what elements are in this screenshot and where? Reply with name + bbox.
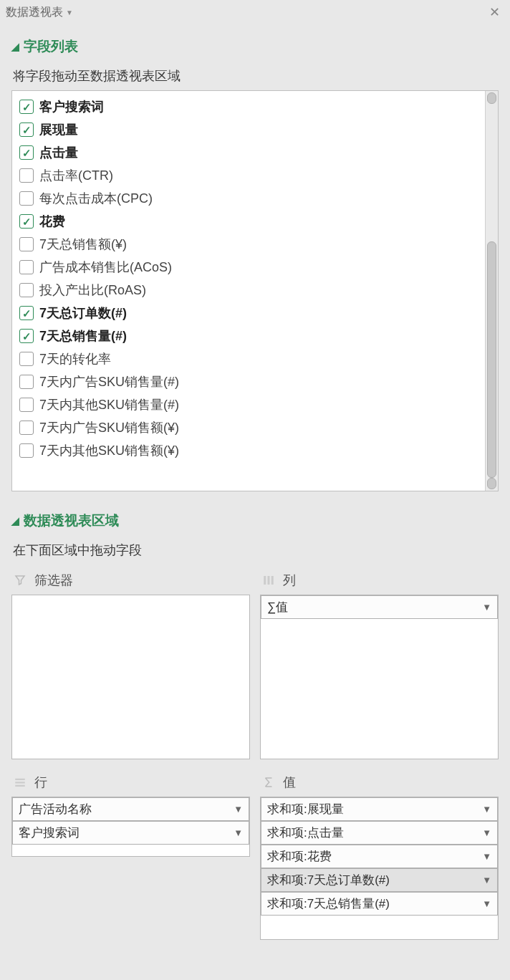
rows-dropzone[interactable]: 广告活动名称▼客户搜索词▼ [11,797,250,857]
pivot-field-item[interactable]: 求和项:7天总订单数(#)▼ [261,868,498,892]
pivot-field-label: 客户搜索词 [19,825,80,841]
area-columns-label: 列 [283,572,296,589]
field-row[interactable]: 7天内广告SKU销售量(#) [15,370,495,393]
pivot-field-label: 求和项:7天总销售量(#) [267,895,390,912]
area-rows-head: 行 [11,769,250,797]
field-row[interactable]: 7天总订单数(#) [15,302,495,325]
svg-rect-1 [268,576,270,585]
field-row[interactable]: 7天总销售额(¥) [15,233,495,256]
field-label: 客户搜索词 [39,98,104,115]
field-checkbox[interactable] [19,123,34,137]
field-row[interactable]: 7天总销售量(#) [15,325,495,347]
field-label: 7天内其他SKU销售量(#) [39,396,179,413]
field-label: 广告成本销售比(ACoS) [39,259,172,276]
field-checkbox[interactable] [19,214,34,229]
section-title: 字段列表 [24,37,78,56]
field-checkbox[interactable] [19,283,34,297]
area-filters: 筛选器 [11,567,250,759]
pivot-field-item[interactable]: 求和项:点击量▼ [261,821,498,845]
area-rows-label: 行 [34,774,47,791]
chevron-down-icon: ▼ [66,9,73,16]
field-list-instruction: 将字段拖动至数据透视表区域 [11,62,499,90]
area-values-head: 值 [260,769,499,797]
section-header-areas[interactable]: ◢ 数据透视表区域 [11,499,499,536]
field-row[interactable]: 客户搜索词 [15,95,495,118]
area-rows: 行 广告活动名称▼客户搜索词▼ [11,769,250,940]
pivot-field-item[interactable]: 客户搜索词▼ [12,821,249,845]
chevron-down-icon[interactable]: ▼ [482,875,491,885]
field-label: 投入产出比(RoAS) [39,282,146,299]
field-checkbox[interactable] [19,443,34,458]
chevron-down-icon[interactable]: ▼ [482,827,491,838]
columns-dropzone[interactable]: ∑值▼ [260,595,499,759]
field-row[interactable]: 点击率(CTR) [15,164,495,187]
area-values-label: 值 [283,774,296,791]
pivot-field-label: 求和项:点击量 [267,825,344,841]
field-label: 7天内广告SKU销售额(¥) [39,419,179,436]
field-label: 花费 [39,213,65,230]
scrollbar-arrow-down-icon[interactable] [487,478,496,489]
field-checkbox[interactable] [19,352,34,366]
chevron-down-icon[interactable]: ▼ [482,804,491,815]
field-checkbox[interactable] [19,421,34,435]
pivot-field-item[interactable]: 求和项:展现量▼ [261,797,498,821]
values-dropzone[interactable]: 求和项:展现量▼求和项:点击量▼求和项:花费▼求和项:7天总订单数(#)▼求和项… [260,797,499,940]
pivot-field-item[interactable]: 广告活动名称▼ [12,797,249,821]
panel-title-wrap[interactable]: 数据透视表 ▼ [6,5,73,20]
field-checkbox[interactable] [19,329,34,343]
field-row[interactable]: 7天内广告SKU销售额(¥) [15,416,495,439]
field-label: 每次点击成本(CPC) [39,190,153,207]
filters-dropzone[interactable] [11,595,250,759]
field-checkbox[interactable] [19,168,34,183]
area-columns-head: 列 [260,567,499,595]
field-label: 7天的转化率 [39,350,111,368]
area-columns: 列 ∑值▼ [260,567,499,759]
pivot-field-label: 求和项:7天总订单数(#) [267,872,390,888]
pivot-field-item[interactable]: ∑值▼ [261,595,498,619]
collapse-icon: ◢ [11,515,19,527]
field-checkbox[interactable] [19,375,34,389]
chevron-down-icon[interactable]: ▼ [482,602,491,612]
field-row[interactable]: 投入产出比(RoAS) [15,279,495,302]
field-label: 7天内广告SKU销售量(#) [39,373,179,390]
panel-title: 数据透视表 [6,5,63,20]
field-checkbox[interactable] [19,100,34,114]
field-checkbox[interactable] [19,145,34,160]
sigma-icon [261,775,276,789]
field-row[interactable]: 7天内其他SKU销售额(¥) [15,439,495,462]
field-row[interactable]: 7天内其他SKU销售量(#) [15,393,495,416]
scrollbar[interactable] [485,91,498,491]
pivot-field-label: 广告活动名称 [19,801,92,817]
field-checkbox[interactable] [19,398,34,412]
close-icon[interactable]: ✕ [489,4,500,20]
scrollbar-thumb[interactable] [487,241,496,478]
field-row[interactable]: 7天的转化率 [15,347,495,370]
section-header-fieldlist[interactable]: ◢ 字段列表 [11,24,499,62]
field-row[interactable]: 花费 [15,210,495,233]
columns-icon [261,573,276,587]
chevron-down-icon[interactable]: ▼ [234,827,243,838]
field-label: 7天总销售额(¥) [39,236,127,253]
field-checkbox[interactable] [19,260,34,274]
field-label: 7天内其他SKU销售额(¥) [39,442,179,459]
pivot-field-item[interactable]: 求和项:7天总销售量(#)▼ [261,892,498,916]
filter-icon [13,573,27,587]
svg-rect-4 [15,782,25,783]
collapse-icon: ◢ [11,41,19,52]
field-checkbox[interactable] [19,191,34,206]
svg-rect-2 [271,576,274,585]
area-values: 值 求和项:展现量▼求和项:点击量▼求和项:花费▼求和项:7天总订单数(#)▼求… [260,769,499,940]
pivot-field-item[interactable]: 求和项:花费▼ [261,845,498,868]
chevron-down-icon[interactable]: ▼ [482,851,491,862]
chevron-down-icon[interactable]: ▼ [234,804,243,815]
field-row[interactable]: 每次点击成本(CPC) [15,187,495,210]
field-row[interactable]: 展现量 [15,118,495,141]
field-row[interactable]: 广告成本销售比(ACoS) [15,256,495,279]
field-row[interactable]: 点击量 [15,141,495,164]
svg-rect-0 [264,576,266,585]
scrollbar-arrow-up-icon[interactable] [487,92,496,104]
field-checkbox[interactable] [19,306,34,320]
field-checkbox[interactable] [19,237,34,251]
chevron-down-icon[interactable]: ▼ [482,898,491,909]
section-title: 数据透视表区域 [24,511,119,530]
